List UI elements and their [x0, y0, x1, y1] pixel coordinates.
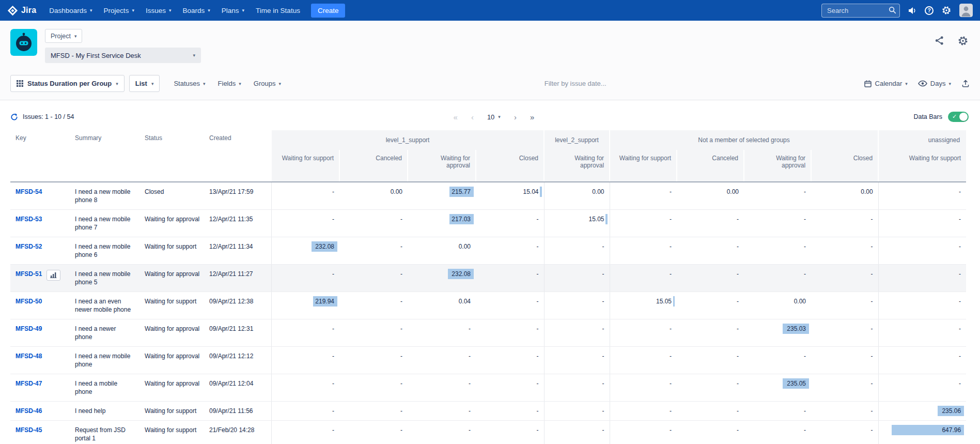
- issue-key-link[interactable]: MFSD-51: [15, 270, 42, 278]
- robot-avatar-icon: [10, 29, 37, 56]
- row-chart-button[interactable]: [46, 270, 60, 281]
- issue-date-filter-input[interactable]: [498, 80, 653, 87]
- issue-key-link[interactable]: MFSD-48: [15, 353, 42, 360]
- last-page-button[interactable]: »: [530, 113, 534, 121]
- duration-cell: -: [878, 347, 966, 374]
- duration-value: -: [816, 242, 873, 251]
- column-header-waiting-for-support[interactable]: Waiting for support: [271, 150, 339, 182]
- duration-value: -: [413, 407, 471, 415]
- duration-cell-content: 15.05: [615, 297, 672, 305]
- groups-menu-button[interactable]: Groups▾: [247, 80, 287, 87]
- time-unit-label: Days: [930, 80, 946, 87]
- column-header-status[interactable]: Status: [139, 130, 204, 182]
- issue-key-link[interactable]: MFSD-46: [15, 407, 42, 415]
- issue-key-link[interactable]: MFSD-47: [15, 380, 42, 387]
- duration-cell-content: -: [413, 407, 471, 415]
- nav-item-dashboards[interactable]: Dashboards▾: [43, 0, 98, 21]
- column-header-waiting-for-approval[interactable]: Waiting for approval: [544, 150, 610, 182]
- report-type-button[interactable]: Status Duration per Group ▾: [10, 75, 125, 92]
- nav-item-boards[interactable]: Boards▾: [177, 0, 215, 21]
- table-row: MFSD-45Request from JSD portal 1Waiting …: [10, 421, 966, 444]
- column-header-closed[interactable]: Closed: [811, 150, 878, 182]
- issue-key-link[interactable]: MFSD-52: [15, 243, 42, 250]
- created-cell: 09/Apr/21 12:31: [204, 319, 271, 347]
- duration-cell-content: -: [749, 188, 806, 196]
- calendar-icon: [864, 80, 872, 88]
- column-header-summary[interactable]: Summary: [70, 130, 139, 182]
- duration-cell-content: -: [550, 426, 604, 434]
- nav-menu: Dashboards▾Projects▾Issues▾Boards▾Plans▾…: [43, 0, 306, 21]
- statuses-menu-button[interactable]: Statuses▾: [167, 80, 211, 87]
- column-header-waiting-for-support[interactable]: Waiting for support: [878, 150, 966, 182]
- duration-cell-content: -: [682, 325, 739, 333]
- nav-item-issues[interactable]: Issues▾: [140, 0, 177, 21]
- column-header-waiting-for-support[interactable]: Waiting for support: [610, 150, 677, 182]
- issue-key-link[interactable]: MFSD-54: [15, 188, 42, 195]
- first-page-button[interactable]: «: [454, 113, 458, 121]
- page-size-dropdown[interactable]: 10 ▾: [487, 113, 501, 121]
- column-header-canceled[interactable]: Canceled: [339, 150, 408, 182]
- project-select[interactable]: MFSD - My First Service Desk ▾: [45, 48, 201, 63]
- refresh-icon: [10, 113, 18, 121]
- toolbar-menus: Statuses▾Fields▾Groups▾: [167, 80, 287, 87]
- table-row: MFSD-47I need a mobile phoneWaiting for …: [10, 374, 966, 402]
- issue-key-cell: MFSD-47: [10, 374, 70, 402]
- time-unit-button[interactable]: Days ▾: [918, 80, 951, 87]
- share-button[interactable]: [934, 35, 945, 48]
- duration-cell: 0.00: [677, 182, 744, 210]
- jira-logo[interactable]: Jira: [7, 5, 36, 16]
- column-header-created[interactable]: Created: [204, 130, 271, 182]
- status-bar: Issues: 1 - 10 / 54 « ‹ 10 ▾ › » Data Ba…: [0, 100, 980, 130]
- duration-cell: -: [544, 421, 610, 444]
- view-mode-button[interactable]: List ▾: [129, 75, 160, 92]
- project-header: Project ▾ MFSD - My First Service Desk ▾: [0, 21, 980, 69]
- duration-value: -: [413, 379, 471, 388]
- data-bars-toggle[interactable]: ✓: [948, 112, 969, 122]
- column-header-canceled[interactable]: Canceled: [677, 150, 744, 182]
- duration-cell: -: [811, 237, 878, 265]
- duration-cell-content: -: [682, 352, 739, 360]
- report-type-label: Status Duration per Group: [27, 80, 112, 87]
- report-settings-button[interactable]: [957, 35, 969, 48]
- column-header-waiting-for-approval[interactable]: Waiting for approval: [408, 150, 476, 182]
- column-header-key[interactable]: Key: [10, 130, 70, 182]
- issue-key-link[interactable]: MFSD-45: [15, 426, 42, 434]
- duration-value: -: [682, 215, 739, 223]
- duration-value: -: [550, 426, 604, 434]
- profile-avatar[interactable]: [959, 4, 973, 17]
- duration-cell: -: [677, 265, 744, 292]
- issue-key-link[interactable]: MFSD-49: [15, 325, 42, 332]
- column-header-closed[interactable]: Closed: [476, 150, 544, 182]
- fields-menu-button[interactable]: Fields▾: [212, 80, 247, 87]
- refresh-button[interactable]: [10, 113, 18, 121]
- export-icon: [961, 79, 970, 88]
- duration-cell: -: [271, 402, 339, 421]
- create-button[interactable]: Create: [311, 4, 346, 18]
- export-button[interactable]: [961, 79, 970, 88]
- next-page-button[interactable]: ›: [514, 113, 517, 121]
- nav-item-time-in-status[interactable]: Time in Status: [250, 0, 306, 21]
- table-body: MFSD-54I need a new mobile phone 8Closed…: [10, 182, 966, 444]
- help-button[interactable]: ?: [925, 6, 934, 15]
- duration-cell: -: [610, 374, 677, 402]
- duration-cell-content: -: [345, 242, 402, 251]
- duration-cell-content: -: [277, 270, 335, 278]
- nav-item-projects[interactable]: Projects▾: [98, 0, 140, 21]
- issue-key-link[interactable]: MFSD-53: [15, 216, 42, 223]
- duration-cell: -: [408, 374, 476, 402]
- project-type-dropdown[interactable]: Project ▾: [45, 29, 82, 43]
- column-header-waiting-for-approval[interactable]: Waiting for approval: [744, 150, 811, 182]
- duration-cell-content: -: [615, 270, 672, 278]
- duration-cell-content: -: [550, 352, 604, 360]
- announcement-button[interactable]: [908, 7, 917, 14]
- duration-value: -: [884, 379, 961, 388]
- duration-cell: 235.05: [744, 374, 811, 402]
- settings-button[interactable]: [941, 5, 952, 16]
- duration-value: -: [481, 407, 539, 415]
- calendar-button[interactable]: Calendar ▾: [864, 80, 908, 88]
- jira-logo-icon: [7, 5, 18, 16]
- status-cell: Waiting for approval: [139, 210, 204, 237]
- nav-item-plans[interactable]: Plans▾: [216, 0, 250, 21]
- issue-key-link[interactable]: MFSD-50: [15, 298, 42, 305]
- prev-page-button[interactable]: ‹: [471, 113, 474, 121]
